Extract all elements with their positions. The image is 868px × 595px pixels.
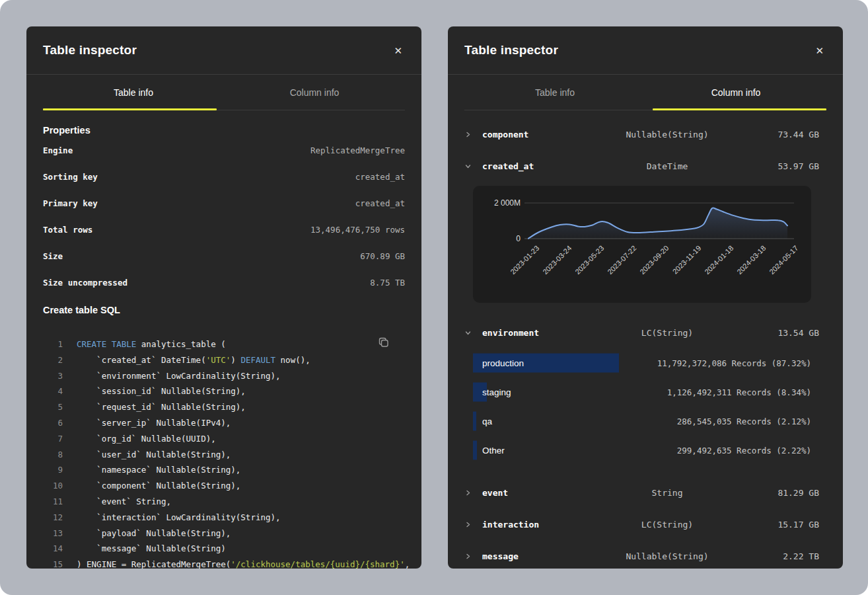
tab-table-info[interactable]: Table info bbox=[43, 75, 224, 110]
sql-code-line: 8 `user_id` Nullable(String), bbox=[43, 447, 405, 463]
property-label: Size uncompressed bbox=[43, 278, 127, 288]
column-row-component[interactable]: componentNullable(String)73.44 GB bbox=[448, 118, 843, 150]
property-row: Size uncompressed8.75 TB bbox=[26, 269, 421, 296]
chevron-right-icon[interactable] bbox=[453, 553, 482, 560]
create-table-sql-title: Create table SQL bbox=[43, 305, 405, 315]
sql-code-text: `event` String, bbox=[77, 494, 171, 510]
column-row-created_at[interactable]: created_atDateTime53.97 GB bbox=[448, 150, 843, 182]
tab-bar: Table info Column info bbox=[43, 75, 405, 110]
svg-text:2024-03-18: 2024-03-18 bbox=[735, 244, 767, 276]
sql-code-text: `message` Nullable(String) bbox=[77, 541, 226, 557]
environment-value-row: qa286,545,035 Records (2.12%) bbox=[473, 407, 811, 436]
sql-code-line: 1CREATE TABLE analytics_table ( bbox=[43, 337, 405, 352]
property-value: 670.89 GB bbox=[360, 251, 405, 261]
sql-code-line: 12 `interaction` LowCardinality(String), bbox=[43, 510, 405, 526]
column-type: DateTime bbox=[588, 161, 746, 171]
column-size: 81.29 GB bbox=[746, 488, 819, 498]
sql-token: '/clickhouse/tables/{uuid}/{shard}' bbox=[231, 559, 404, 569]
value-label: production bbox=[482, 358, 524, 368]
property-value: created_at bbox=[355, 172, 405, 182]
sql-code-line: 7 `org_id` Nullable(UUID), bbox=[43, 431, 405, 447]
sql-code-text: `environment` LowCardinality(String), bbox=[77, 368, 281, 384]
property-row: Primary keycreated_at bbox=[26, 190, 421, 216]
sql-code-line: 3 `environment` LowCardinality(String), bbox=[43, 368, 405, 384]
table-inspector-modal-table-info: Table inspector ✕ Table info Column info… bbox=[26, 26, 421, 569]
tab-column-info[interactable]: Column info bbox=[645, 75, 826, 110]
column-size: 53.97 GB bbox=[746, 161, 819, 171]
chevron-right-icon[interactable] bbox=[453, 489, 482, 496]
column-row-event[interactable]: eventString81.29 GB bbox=[448, 477, 843, 508]
sql-code-line: 2 `created_at` DateTime('UTC') DEFAULT n… bbox=[43, 352, 405, 368]
tab-column-info[interactable]: Column info bbox=[224, 75, 405, 110]
chevron-right-icon[interactable] bbox=[453, 521, 482, 528]
sql-code-text: `server_ip` Nullable(IPv4), bbox=[77, 415, 231, 431]
properties-list: EngineReplicatedMergeTreeSorting keycrea… bbox=[26, 137, 421, 296]
value-records: 1,126,492,311 Records (8.34%) bbox=[667, 387, 811, 397]
column-name: interaction bbox=[482, 520, 588, 530]
column-type: LC(String) bbox=[588, 520, 746, 530]
sql-token: DEFAULT bbox=[240, 355, 275, 365]
value-label: staging bbox=[482, 387, 511, 397]
environment-value-row: production11,792,372,086 Records (87.32%… bbox=[473, 348, 811, 377]
value-bar bbox=[473, 412, 476, 431]
line-number: 4 bbox=[43, 383, 63, 399]
property-label: Engine bbox=[43, 145, 73, 155]
chevron-down-icon[interactable] bbox=[453, 329, 482, 337]
sql-token: 'UTC' bbox=[206, 355, 231, 365]
column-row-interaction[interactable]: interactionLC(String)15.17 GB bbox=[448, 508, 843, 540]
sql-code-line: 6 `server_ip` Nullable(IPv4), bbox=[43, 415, 405, 431]
line-number: 8 bbox=[43, 447, 63, 463]
close-icon[interactable]: ✕ bbox=[391, 43, 405, 58]
modal-header: Table inspector ✕ bbox=[448, 26, 843, 75]
column-row-message[interactable]: messageNullable(String)2.22 TB bbox=[448, 540, 843, 569]
line-number: 5 bbox=[43, 399, 63, 415]
column-size: 2.22 TB bbox=[746, 551, 819, 561]
value-records: 286,545,035 Records (2.12%) bbox=[677, 416, 811, 426]
column-row-environment[interactable]: environmentLC(String)13.54 GB bbox=[448, 317, 843, 348]
created-at-area-chart: 02 000M2023-01-232023-03-242023-05-23202… bbox=[473, 186, 811, 303]
property-label: Sorting key bbox=[43, 172, 98, 182]
chevron-right-icon[interactable] bbox=[453, 131, 482, 138]
sql-token: `session_id` Nullable(String), bbox=[77, 386, 246, 396]
sql-lines: 1CREATE TABLE analytics_table (2 `create… bbox=[43, 337, 405, 569]
copy-icon[interactable] bbox=[377, 335, 390, 351]
column-type: LC(String) bbox=[588, 328, 746, 338]
close-icon[interactable]: ✕ bbox=[813, 43, 826, 58]
line-number: 14 bbox=[43, 541, 63, 557]
property-value: created_at bbox=[355, 198, 405, 208]
property-value: 8.75 TB bbox=[370, 278, 405, 288]
column-size: 15.17 GB bbox=[746, 520, 819, 530]
line-number: 6 bbox=[43, 415, 63, 431]
modal-title: Table inspector bbox=[43, 43, 137, 58]
sql-token: `request_id` Nullable(String), bbox=[77, 402, 246, 412]
modal-header: Table inspector ✕ bbox=[26, 26, 421, 75]
column-name: environment bbox=[482, 328, 588, 338]
sql-code-block: 1CREATE TABLE analytics_table (2 `create… bbox=[43, 337, 405, 569]
property-label: Primary key bbox=[43, 198, 98, 208]
sql-code-text: CREATE TABLE analytics_table ( bbox=[77, 337, 226, 352]
svg-text:2 000M: 2 000M bbox=[494, 198, 521, 208]
svg-text:2024-05-17: 2024-05-17 bbox=[768, 244, 799, 276]
sql-code-line: 14 `message` Nullable(String) bbox=[43, 541, 405, 557]
sql-code-line: 5 `request_id` Nullable(String), bbox=[43, 399, 405, 415]
sql-token: `event` String, bbox=[77, 496, 171, 506]
svg-text:2023-03-24: 2023-03-24 bbox=[541, 244, 573, 276]
column-type: String bbox=[588, 488, 746, 498]
line-number: 15 bbox=[43, 557, 63, 569]
svg-text:2023-09-20: 2023-09-20 bbox=[638, 244, 670, 276]
sql-code-line: 11 `event` String, bbox=[43, 494, 405, 510]
column-name: component bbox=[482, 130, 588, 139]
svg-text:0: 0 bbox=[516, 234, 521, 243]
sql-code-text: `namespace` Nullable(String), bbox=[77, 462, 240, 478]
tab-bar: Table info Column info bbox=[464, 75, 826, 110]
column-name: created_at bbox=[482, 161, 588, 171]
svg-text:2023-11-19: 2023-11-19 bbox=[671, 244, 703, 276]
sql-token: `component` Nullable(String), bbox=[77, 481, 240, 491]
tab-table-info[interactable]: Table info bbox=[464, 75, 645, 110]
chevron-down-icon[interactable] bbox=[453, 163, 482, 170]
sql-code-line: 10 `component` Nullable(String), bbox=[43, 478, 405, 494]
sql-token: ) ENGINE = ReplicatedMergeTree( bbox=[77, 559, 231, 569]
environment-value-row: staging1,126,492,311 Records (8.34%) bbox=[473, 377, 811, 407]
line-number: 11 bbox=[43, 494, 63, 510]
sql-code-text: `payload` Nullable(String), bbox=[77, 526, 231, 541]
